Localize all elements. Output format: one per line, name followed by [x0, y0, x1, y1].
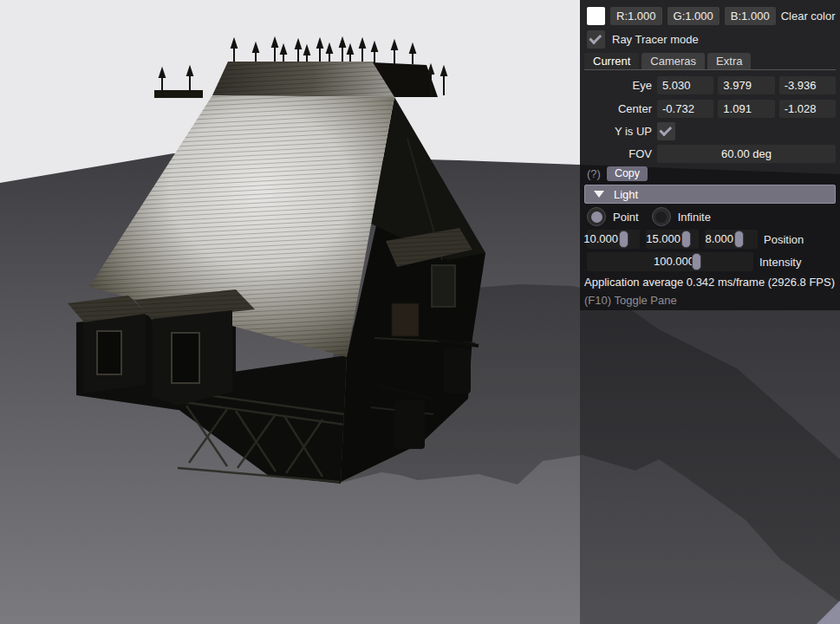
- intensity-label: Intensity: [759, 256, 801, 269]
- slider-thumb[interactable]: [681, 231, 691, 248]
- help-label: (?): [587, 167, 601, 180]
- fps-stats: Application average 0.342 ms/frame (2926…: [584, 276, 836, 289]
- slider-value: 100.000: [654, 252, 694, 271]
- eye-row: Eye 5.030 3.979 -3.936: [584, 76, 836, 94]
- fov-label: FOV: [584, 147, 652, 160]
- resize-grip-icon[interactable]: [817, 601, 840, 624]
- background-color-row: R:1.000 G:1.000 B:1.000 Clear color: [584, 7, 836, 25]
- position-x-slider[interactable]: 10.000: [587, 230, 640, 249]
- toggle-pane-hint: (F10) Toggle Pane: [584, 294, 836, 307]
- controls-window: R:1.000 G:1.000 B:1.000 Clear color Ray …: [580, 0, 840, 310]
- eye-y-field[interactable]: 3.979: [718, 76, 774, 94]
- center-row: Center -0.732 1.091 -1.028: [584, 100, 836, 118]
- ray-tracer-row: Ray Tracer mode: [584, 30, 836, 49]
- camera-tabbar: Current Cameras Extra: [584, 52, 836, 70]
- copy-row: (?) Copy: [584, 166, 836, 181]
- ray-tracer-label: Ray Tracer mode: [612, 33, 699, 46]
- y-up-label: Y is UP: [584, 125, 652, 138]
- collapse-arrow-icon: [594, 191, 604, 198]
- tab-extra[interactable]: Extra: [707, 53, 751, 69]
- slider-thumb[interactable]: [692, 253, 701, 270]
- slider-value: 10.000: [583, 230, 618, 249]
- slider-value: 15.000: [646, 230, 680, 249]
- eye-label: Eye: [584, 79, 652, 92]
- check-icon: [589, 31, 602, 44]
- radio-dot-on: [591, 211, 602, 223]
- infinite-radio[interactable]: [652, 207, 671, 226]
- center-label: Center: [584, 102, 652, 115]
- eye-x-field[interactable]: 5.030: [657, 76, 713, 94]
- side-pane: R:1.000 G:1.000 B:1.000 Clear color Ray …: [580, 0, 840, 624]
- slider-thumb[interactable]: [619, 231, 628, 248]
- color-swatch[interactable]: [587, 7, 605, 25]
- fov-row: FOV 60.00 deg: [584, 145, 836, 163]
- check-icon: [659, 123, 672, 136]
- clear-color-label: Clear color: [781, 10, 836, 23]
- center-z-field[interactable]: -1.028: [779, 100, 836, 118]
- light-position-row: 10.000 15.000 8.000 Position: [584, 230, 836, 249]
- position-label: Position: [764, 233, 804, 246]
- ray-tracer-checkbox[interactable]: [587, 30, 605, 49]
- fov-field[interactable]: 60.00 deg: [657, 145, 836, 163]
- center-x-field[interactable]: -0.732: [657, 100, 713, 118]
- y-up-row: Y is UP: [584, 122, 836, 140]
- slider-value: 8.000: [705, 230, 733, 249]
- light-intensity-row: 100.000 Intensity: [584, 252, 836, 271]
- y-up-checkbox[interactable]: [657, 122, 675, 140]
- point-label: Point: [613, 211, 639, 224]
- app-window: R:1.000 G:1.000 B:1.000 Clear color Ray …: [0, 0, 840, 624]
- tab-cameras[interactable]: Cameras: [641, 53, 705, 69]
- tab-current[interactable]: Current: [584, 53, 639, 69]
- point-radio[interactable]: [587, 207, 606, 226]
- position-z-slider[interactable]: 8.000: [705, 230, 758, 249]
- infinite-label: Infinite: [678, 211, 711, 224]
- slider-thumb[interactable]: [734, 231, 744, 248]
- position-y-slider[interactable]: 15.000: [646, 230, 699, 249]
- green-drag-button[interactable]: G:1.000: [667, 7, 720, 25]
- intensity-slider[interactable]: 100.000: [587, 252, 753, 271]
- red-drag-button[interactable]: R:1.000: [610, 7, 662, 25]
- light-section-header[interactable]: Light: [584, 185, 836, 204]
- light-header-label: Light: [614, 188, 638, 201]
- eye-z-field[interactable]: -3.936: [779, 76, 836, 94]
- center-y-field[interactable]: 1.091: [718, 100, 774, 118]
- radio-dot-off: [655, 211, 667, 223]
- light-type-row: Point Infinite: [584, 208, 836, 225]
- blue-drag-button[interactable]: B:1.000: [725, 7, 776, 25]
- copy-button[interactable]: Copy: [607, 166, 648, 181]
